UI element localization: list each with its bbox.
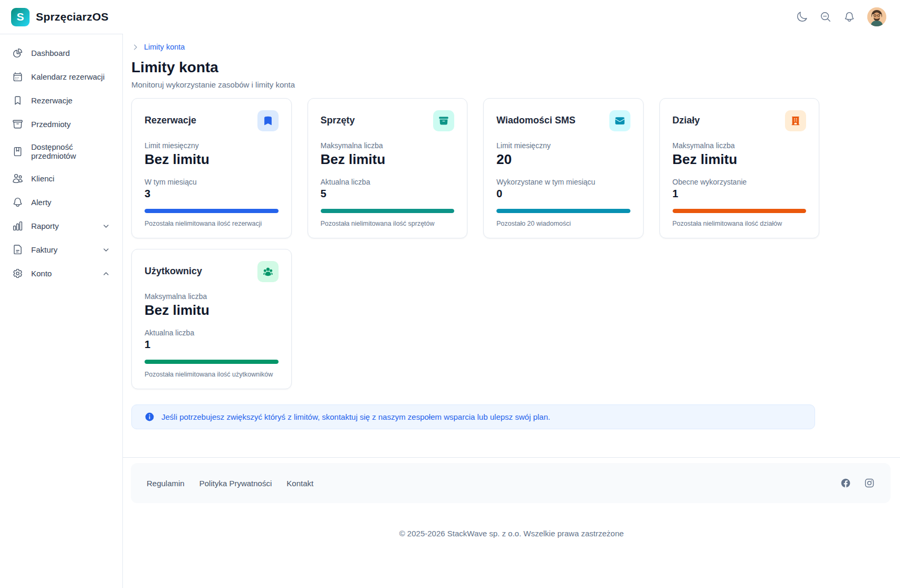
user-avatar[interactable] bbox=[867, 7, 886, 26]
limit-cards-grid: Rezerwacje Limit miesięczny Bez limitu W… bbox=[131, 98, 819, 389]
sidebar-item-przedmioty[interactable]: Przedmioty bbox=[6, 113, 116, 136]
metric-label: Maksymalna liczba bbox=[673, 141, 807, 150]
sidebar-item-label: Klienci bbox=[31, 174, 54, 183]
sidebar-item-dostepnosc-przedmiotow[interactable]: Dostępność przedmiotów bbox=[6, 137, 116, 166]
user-group-icon bbox=[257, 261, 279, 282]
metric-label: Aktualna liczba bbox=[145, 329, 279, 337]
social-links bbox=[840, 478, 875, 488]
sidebar-item-klienci[interactable]: Klienci bbox=[6, 167, 116, 190]
progress-bar bbox=[496, 209, 630, 213]
sidebar-item-label: Rezerwacje bbox=[31, 96, 72, 105]
limit-card-rezerwacje: Rezerwacje Limit miesięczny Bez limitu W… bbox=[131, 98, 292, 238]
sidebar-item-label: Alerty bbox=[31, 198, 51, 207]
bookmark-icon bbox=[257, 110, 279, 131]
sidebar-item-alerty[interactable]: Alerty bbox=[6, 191, 116, 214]
chevron-right-icon bbox=[131, 43, 139, 51]
metric-label: Maksymalna liczba bbox=[145, 292, 279, 301]
sidebar-item-label: Raporty bbox=[31, 221, 59, 230]
card-title: Wiadomości SMS bbox=[496, 110, 576, 126]
sidebar-item-label: Konto bbox=[31, 269, 52, 278]
breadcrumb-link-limity-konta[interactable]: Limity konta bbox=[144, 43, 185, 51]
metric-value: Bez limitu bbox=[673, 151, 807, 168]
bar-chart-icon bbox=[12, 220, 23, 232]
sidebar-item-rezerwacje[interactable]: Rezerwacje bbox=[6, 89, 116, 112]
card-footnote: Pozostała nielimitowana ilość użytkownik… bbox=[145, 371, 279, 378]
metric-value: 0 bbox=[496, 188, 630, 200]
sidebar-item-label: Dostępność przedmiotów bbox=[31, 142, 110, 160]
sidebar-item-dashboard[interactable]: Dashboard bbox=[6, 42, 116, 64]
card-footnote: Pozostało 20 wiadomości bbox=[496, 220, 630, 227]
pie-chart-icon bbox=[12, 47, 23, 59]
sidebar-item-label: Kalendarz rezerwacji bbox=[31, 72, 104, 81]
metric-label: Limit miesięczny bbox=[145, 141, 279, 150]
sidebar-item-raporty[interactable]: Raporty bbox=[6, 215, 116, 237]
main-content: Limity konta Limity konta Monitoruj wyko… bbox=[123, 34, 900, 588]
metric-value: Bez limitu bbox=[321, 151, 455, 168]
footer-link-kontakt[interactable]: Kontakt bbox=[286, 479, 313, 488]
app-title: SprzęciarzOS bbox=[36, 11, 109, 23]
app-window: S SprzęciarzOS bbox=[0, 0, 900, 588]
limit-card-wiadomosci-sms: Wiadomości SMS Limit miesięczny 20 Wykor… bbox=[483, 98, 644, 238]
page-subtitle: Monitoruj wykorzystanie zasobów i limity… bbox=[131, 80, 891, 89]
top-header: S SprzęciarzOS bbox=[0, 0, 900, 34]
card-title: Sprzęty bbox=[321, 110, 355, 126]
bookmark-icon bbox=[12, 95, 23, 106]
archive-box-icon bbox=[433, 110, 454, 131]
card-title: Użytkownicy bbox=[145, 261, 202, 277]
metric-value: 20 bbox=[496, 151, 630, 168]
app-logo: S bbox=[11, 8, 30, 26]
chevron-down-icon bbox=[102, 246, 110, 254]
notifications-bell-icon[interactable] bbox=[844, 11, 855, 23]
info-banner-text: Jeśli potrzebujesz zwiększyć któryś z li… bbox=[161, 412, 550, 421]
dark-mode-moon-icon[interactable] bbox=[796, 11, 808, 23]
footer-panel: Regulamin Polityka Prywatności Kontakt bbox=[131, 463, 891, 503]
brand[interactable]: S SprzęciarzOS bbox=[11, 8, 109, 26]
progress-bar bbox=[145, 209, 279, 213]
metric-label: Limit miesięczny bbox=[496, 141, 630, 150]
invoice-icon bbox=[12, 244, 23, 255]
zoom-out-icon[interactable] bbox=[820, 11, 831, 23]
archive-box-icon bbox=[12, 119, 23, 130]
metric-value: Bez limitu bbox=[145, 151, 279, 168]
limit-card-sprzety: Sprzęty Maksymalna liczba Bez limitu Akt… bbox=[308, 98, 468, 238]
sidebar-item-label: Dashboard bbox=[31, 49, 70, 57]
metric-value: Bez limitu bbox=[145, 302, 279, 319]
metric-value: 5 bbox=[321, 188, 455, 200]
header-actions bbox=[796, 7, 886, 26]
sidebar: Dashboard Kalendarz rezerwacji Rezerwacj… bbox=[0, 34, 123, 588]
metric-label: Obecne wykorzystanie bbox=[673, 178, 807, 186]
footer-links: Regulamin Polityka Prywatności Kontakt bbox=[147, 479, 313, 488]
calendar-icon bbox=[12, 71, 23, 82]
limit-card-uzytkownicy: Użytkownicy Maksymalna liczba Bez limitu… bbox=[131, 249, 292, 389]
instagram-icon[interactable] bbox=[864, 478, 875, 488]
info-banner: Jeśli potrzebujesz zwiększyć któryś z li… bbox=[131, 404, 815, 429]
card-title: Działy bbox=[673, 110, 700, 126]
facebook-icon[interactable] bbox=[840, 478, 851, 488]
chevron-up-icon bbox=[102, 269, 110, 278]
limit-card-dzialy: Działy Maksymalna liczba Bez limitu Obec… bbox=[659, 98, 820, 238]
sidebar-item-label: Przedmioty bbox=[31, 120, 71, 129]
metric-value: 3 bbox=[145, 188, 279, 200]
copyright-text: © 2025-2026 StackWave sp. z o.o. Wszelki… bbox=[123, 529, 900, 538]
metric-label: W tym miesiącu bbox=[145, 178, 279, 186]
footer-link-polityka-prywatnosci[interactable]: Polityka Prywatności bbox=[199, 479, 272, 488]
metric-label: Aktualna liczba bbox=[321, 178, 455, 186]
card-footnote: Pozostała nielimitowana ilość sprzętów bbox=[321, 220, 455, 227]
footer-divider bbox=[123, 457, 900, 458]
users-icon bbox=[12, 173, 23, 184]
progress-bar bbox=[673, 209, 807, 213]
sidebar-item-kalendarz-rezerwacji[interactable]: Kalendarz rezerwacji bbox=[6, 65, 116, 88]
book-bookmark-icon bbox=[12, 146, 23, 157]
progress-bar bbox=[321, 209, 455, 213]
sidebar-item-faktury[interactable]: Faktury bbox=[6, 238, 116, 261]
sidebar-item-konto[interactable]: Konto bbox=[6, 262, 116, 285]
metric-label: Maksymalna liczba bbox=[321, 141, 455, 150]
info-icon bbox=[145, 412, 155, 422]
card-footnote: Pozostała nielimitowana ilość rezerwacji bbox=[145, 220, 279, 227]
breadcrumb: Limity konta bbox=[131, 43, 891, 51]
metric-value: 1 bbox=[673, 188, 807, 200]
footer-link-regulamin[interactable]: Regulamin bbox=[147, 479, 185, 488]
metric-value: 1 bbox=[145, 339, 279, 351]
envelope-icon bbox=[609, 110, 630, 131]
gear-icon bbox=[12, 268, 23, 279]
